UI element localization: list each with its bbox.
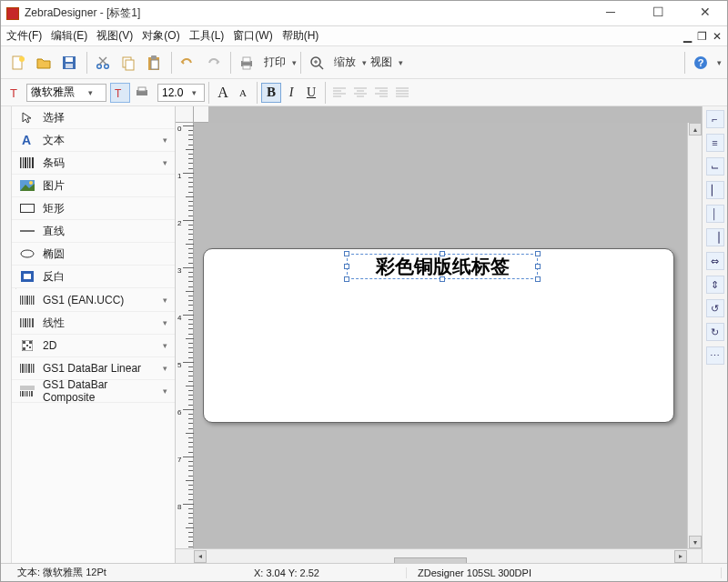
resize-handle[interactable] xyxy=(535,251,541,256)
resize-handle[interactable] xyxy=(344,264,349,269)
menu-view[interactable]: 视图(V) xyxy=(96,28,133,44)
chevron-down-icon[interactable]: ▾ xyxy=(88,88,93,97)
tool-select[interactable]: 选择 xyxy=(12,106,175,129)
mdi-minimize-icon[interactable]: ▁ xyxy=(683,30,692,43)
print-dropdown-icon[interactable]: ▾ xyxy=(292,58,297,67)
open-button[interactable] xyxy=(32,51,56,75)
resize-handle[interactable] xyxy=(535,276,541,282)
resize-handle[interactable] xyxy=(440,276,445,282)
resize-handle[interactable] xyxy=(344,251,349,256)
menu-tools[interactable]: 工具(L) xyxy=(189,28,225,44)
expand-icon[interactable]: ▾ xyxy=(163,341,167,350)
menu-file[interactable]: 文件(F) xyxy=(6,28,42,44)
zoom-button[interactable] xyxy=(305,51,329,75)
svg-point-6 xyxy=(105,64,109,68)
align-bottom-icon[interactable]: ⌙ xyxy=(706,157,724,176)
minimize-button[interactable]: ─ xyxy=(598,5,623,23)
copy-button[interactable] xyxy=(116,51,140,75)
new-button[interactable] xyxy=(6,51,30,75)
expand-icon[interactable]: ▾ xyxy=(163,364,167,373)
scroll-down-icon[interactable]: ▾ xyxy=(689,536,702,548)
expand-icon[interactable]: ▾ xyxy=(163,386,167,396)
zoom-dropdown-icon[interactable]: ▾ xyxy=(362,58,367,67)
paste-button[interactable] xyxy=(142,51,166,75)
svg-rect-55 xyxy=(20,296,21,305)
font-size-combo[interactable]: ▾ xyxy=(157,84,205,102)
tool-barcode[interactable]: 条码▾ xyxy=(12,152,175,175)
screen-font-button[interactable]: T xyxy=(110,83,130,103)
zoom-label[interactable]: 缩放 xyxy=(334,55,356,70)
help-dropdown-icon[interactable]: ▾ xyxy=(717,58,722,67)
align-justify-button[interactable] xyxy=(392,83,412,103)
tool-databar-composite[interactable]: GS1 DataBar Composite▾ xyxy=(12,380,175,403)
maximize-button[interactable]: ☐ xyxy=(645,5,671,23)
expand-icon[interactable]: ▾ xyxy=(163,318,167,327)
font-name-combo[interactable]: ▾ xyxy=(26,84,106,102)
font-name-input[interactable] xyxy=(31,86,86,99)
menu-object[interactable]: 对象(O) xyxy=(142,28,179,44)
align-top-icon[interactable]: ⌐ xyxy=(706,110,724,128)
resize-handle[interactable] xyxy=(344,276,349,282)
align-left-button[interactable] xyxy=(329,83,349,103)
font-size-input[interactable] xyxy=(162,86,189,99)
print-button[interactable] xyxy=(235,51,258,75)
scroll-thumb[interactable] xyxy=(394,557,467,564)
tool-2d[interactable]: 2D▾ xyxy=(12,335,175,357)
tool-ellipse[interactable]: 椭圆 xyxy=(12,243,175,266)
mdi-restore-icon[interactable]: ❐ xyxy=(697,30,707,43)
italic-button[interactable]: I xyxy=(281,83,301,103)
shrink-font-button[interactable]: A xyxy=(233,83,253,103)
close-button[interactable]: ✕ xyxy=(693,5,718,23)
tool-linear[interactable]: 线性▾ xyxy=(12,312,175,335)
redo-button[interactable] xyxy=(201,51,225,75)
grow-font-button[interactable]: A xyxy=(213,83,233,103)
tool-gs1[interactable]: GS1 (EAN.UCC)▾ xyxy=(12,289,175,312)
text-tool-icon[interactable]: T xyxy=(6,84,25,102)
more-icon[interactable]: ⋯ xyxy=(706,346,724,365)
label-page[interactable]: 彩色铜版纸标签 xyxy=(203,248,674,423)
tool-databar-linear[interactable]: GS1 DataBar Linear▾ xyxy=(12,357,175,380)
vertical-scrollbar[interactable]: ▴ ▾ xyxy=(687,123,702,548)
scroll-right-icon[interactable]: ▸ xyxy=(674,550,687,563)
scroll-up-icon[interactable]: ▴ xyxy=(689,123,702,135)
tool-picture[interactable]: 图片 xyxy=(12,175,175,197)
tool-line[interactable]: 直线 xyxy=(12,220,175,243)
align-center-button[interactable] xyxy=(350,83,370,103)
expand-icon[interactable]: ▾ xyxy=(163,296,167,305)
chevron-down-icon[interactable]: ▾ xyxy=(192,88,197,97)
bold-button[interactable]: B xyxy=(261,83,281,103)
undo-button[interactable] xyxy=(176,51,199,75)
align-middle-icon[interactable]: ≡ xyxy=(706,134,724,152)
scroll-left-icon[interactable]: ◂ xyxy=(194,550,207,563)
save-button[interactable] xyxy=(57,51,81,75)
text-object-selected[interactable]: 彩色铜版纸标签 xyxy=(347,254,538,279)
print-label[interactable]: 打印 xyxy=(264,55,286,70)
tool-rect[interactable]: 矩形 xyxy=(12,197,175,220)
underline-button[interactable]: U xyxy=(301,83,321,103)
tool-text[interactable]: A文本▾ xyxy=(12,129,175,152)
canvas[interactable]: 彩色铜版纸标签 xyxy=(194,123,687,548)
expand-icon[interactable]: ▾ xyxy=(163,135,167,145)
mdi-close-icon[interactable]: ✕ xyxy=(713,30,722,43)
resize-handle[interactable] xyxy=(535,264,541,269)
cut-button[interactable] xyxy=(91,51,115,75)
rotate-cw-icon[interactable]: ↻ xyxy=(706,323,724,341)
printer-font-button[interactable] xyxy=(132,83,152,103)
menu-window[interactable]: 窗口(W) xyxy=(233,28,272,44)
resize-handle[interactable] xyxy=(440,251,445,256)
horizontal-scrollbar[interactable]: ◂ ▸ xyxy=(176,548,702,563)
align-center-icon[interactable]: │ xyxy=(706,205,724,223)
rotate-ccw-icon[interactable]: ↺ xyxy=(706,299,724,317)
menu-help[interactable]: 帮助(H) xyxy=(282,28,319,44)
menu-edit[interactable]: 编辑(E) xyxy=(51,28,87,44)
align-right-button[interactable] xyxy=(371,83,391,103)
expand-icon[interactable]: ▾ xyxy=(163,158,167,167)
align-right-icon[interactable]: ▕ xyxy=(706,228,724,246)
distribute-v-icon[interactable]: ⇕ xyxy=(706,276,724,294)
view-dropdown-icon[interactable]: ▾ xyxy=(399,58,403,67)
view-label[interactable]: 视图 xyxy=(370,55,392,70)
align-left-icon[interactable]: ▏ xyxy=(706,181,724,199)
help-button[interactable]: ? xyxy=(689,51,713,75)
tool-invert[interactable]: 反白 xyxy=(12,266,175,288)
distribute-h-icon[interactable]: ⇔ xyxy=(706,252,724,270)
